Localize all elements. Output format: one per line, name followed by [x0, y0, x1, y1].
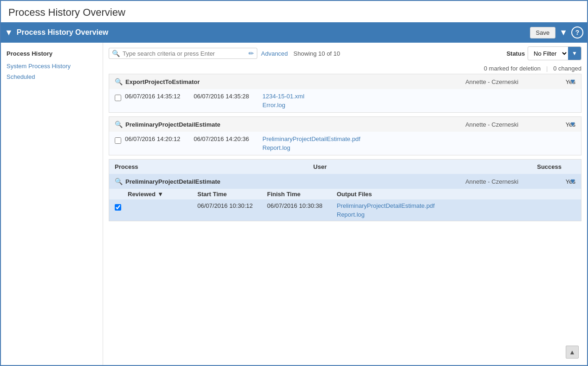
- search-input[interactable]: [123, 50, 246, 57]
- record-search-icon-2[interactable]: 🔍: [115, 121, 123, 128]
- sidebar-item-system-process-history[interactable]: System Process History: [1, 61, 103, 71]
- expanded-files-3: PreliminaryProjectDetailEstimate.pdf Rep…: [337, 202, 575, 218]
- edit-icon[interactable]: ✏: [248, 50, 254, 57]
- save-button[interactable]: Save: [530, 27, 556, 39]
- record-header-2: 🔍 PreliminaryProjectDetailEstimate Annet…: [109, 117, 581, 132]
- deletion-bar-divider: |: [546, 65, 548, 72]
- record-expand-icon-3[interactable]: ▼: [569, 177, 576, 186]
- record-body-2: 06/07/2016 14:20:12 06/07/2016 14:20:36 …: [109, 132, 581, 155]
- deletion-bar: 0 marked for deletion | 0 changed: [103, 64, 587, 74]
- record-finish-time-1: 06/07/2016 14:35:28: [194, 93, 259, 100]
- record-user-3: Annette - Czerneski: [445, 178, 538, 185]
- page-title: Process History Overview: [1, 1, 587, 22]
- expanded-start-3: 06/07/2016 10:30:12: [197, 202, 267, 209]
- col-success-header: Success: [462, 163, 566, 170]
- record-name-3: PreliminaryProjectDetailEstimate: [125, 178, 445, 185]
- status-label: Status: [506, 50, 525, 57]
- record-name-2: PreliminaryProjectDetailEstimate: [125, 121, 445, 128]
- chevron-icon[interactable]: ▼: [5, 28, 13, 38]
- record-expanded-row-3: 06/07/2016 10:30:12 06/07/2016 10:30:38 …: [109, 199, 581, 221]
- record-card-2: 🔍 PreliminaryProjectDetailEstimate Annet…: [109, 116, 581, 155]
- col-reviewed-header: Reviewed ▼: [128, 191, 197, 198]
- record-search-icon-1[interactable]: 🔍: [115, 78, 123, 85]
- file-link-1-0[interactable]: 1234-15-01.xml: [262, 93, 575, 100]
- col-finish-header: Finish Time: [267, 191, 337, 198]
- sidebar-header: Process History: [1, 46, 103, 61]
- expanded-data-3: 06/07/2016 10:30:12 06/07/2016 10:30:38 …: [128, 202, 575, 218]
- status-select-wrapper: No Filter Success Failed Pending ▼: [528, 46, 581, 60]
- status-dropdown-button[interactable]: ▼: [568, 47, 581, 60]
- record-start-time-1: 06/07/2016 14:35:12: [125, 93, 190, 100]
- expanded-finish-3: 06/07/2016 10:30:38: [267, 202, 337, 209]
- toolbar: 🔍 ✏ Advanced Showing 10 of 10 Status No …: [103, 43, 587, 64]
- advanced-link[interactable]: Advanced: [261, 50, 288, 57]
- record-col-headers-3: Process User Success: [109, 160, 581, 174]
- file-link-2-1[interactable]: Report.log: [262, 144, 575, 151]
- record-header-1: 🔍 ExportProjectToEstimator Annette - Cze…: [109, 74, 581, 89]
- record-finish-dates-1: 06/07/2016 14:35:28: [194, 93, 259, 100]
- header-bar: ▼ Process History Overview Save ▼ ?: [1, 22, 587, 43]
- help-button[interactable]: ?: [571, 26, 583, 39]
- record-dates-1: 06/07/2016 14:35:12: [125, 93, 190, 100]
- record-check-cell-3: [115, 202, 128, 211]
- marked-for-deletion-text: 0 marked for deletion: [484, 65, 541, 72]
- record-finish-time-2: 06/07/2016 14:20:36: [194, 135, 259, 142]
- main-content: Process History System Process History S…: [1, 43, 587, 365]
- record-checkbox-2[interactable]: [115, 137, 121, 144]
- record-checkbox-3[interactable]: [115, 204, 121, 211]
- record-user-1: Annette - Czerneski: [445, 78, 538, 85]
- col-output-header: Output Files: [337, 191, 575, 198]
- record-card-3: Process User Success 🔍 PreliminaryProjec…: [109, 159, 581, 221]
- col-user-header: User: [314, 163, 463, 170]
- right-panel: 🔍 ✏ Advanced Showing 10 of 10 Status No …: [103, 43, 587, 365]
- header-bar-title: Process History Overview: [17, 28, 530, 37]
- record-dates-2: 06/07/2016 14:20:12: [125, 135, 190, 142]
- record-files-2: PreliminaryProjectDetailEstimate.pdf Rep…: [262, 135, 575, 151]
- record-sub-col-headers-3: Reviewed ▼ Start Time Finish Time Output…: [109, 189, 581, 199]
- file-link-2-0[interactable]: PreliminaryProjectDetailEstimate.pdf: [262, 135, 575, 142]
- status-select[interactable]: No Filter Success Failed Pending: [528, 48, 568, 59]
- record-card-1: 🔍 ExportProjectToEstimator Annette - Cze…: [109, 74, 581, 113]
- reviewed-sort-icon[interactable]: ▼: [157, 191, 163, 198]
- scroll-to-top[interactable]: ▲: [566, 346, 579, 359]
- record-body-1: 06/07/2016 14:35:12 06/07/2016 14:35:28 …: [109, 89, 581, 112]
- file-link-1-1[interactable]: Error.log: [262, 102, 575, 109]
- record-expand-icon-2[interactable]: ▼: [569, 120, 576, 128]
- search-wrapper: 🔍 ✏: [109, 48, 257, 59]
- record-expand-icon-1[interactable]: ▼: [569, 77, 576, 86]
- col-start-header: Start Time: [197, 191, 267, 198]
- showing-text: Showing 10 of 10: [294, 50, 340, 57]
- records-area: 🔍 ExportProjectToEstimator Annette - Cze…: [103, 74, 587, 365]
- record-user-2: Annette - Czerneski: [445, 121, 538, 128]
- page-wrapper: Process History Overview ▼ Process Histo…: [0, 0, 588, 366]
- col-process-header: Process: [115, 163, 314, 170]
- file-link-3-0[interactable]: PreliminaryProjectDetailEstimate.pdf: [337, 202, 575, 209]
- search-icon: 🔍: [112, 50, 120, 57]
- record-search-icon-3[interactable]: 🔍: [115, 178, 123, 185]
- file-link-3-1[interactable]: Report.log: [337, 211, 575, 218]
- record-name-1: ExportProjectToEstimator: [125, 78, 445, 85]
- record-finish-dates-2: 06/07/2016 14:20:36: [194, 135, 259, 142]
- record-checkbox-1[interactable]: [115, 95, 121, 101]
- sidebar-item-scheduled[interactable]: Scheduled: [1, 71, 103, 82]
- record-start-time-2: 06/07/2016 14:20:12: [125, 135, 190, 142]
- changed-text: 0 changed: [553, 65, 581, 72]
- sidebar: Process History System Process History S…: [1, 43, 103, 365]
- record-header-3: 🔍 PreliminaryProjectDetailEstimate Annet…: [109, 174, 581, 189]
- status-group: Status No Filter Success Failed Pending …: [506, 46, 581, 60]
- header-dropdown-icon[interactable]: ▼: [559, 28, 568, 38]
- record-files-1: 1234-15-01.xml Error.log: [262, 93, 575, 109]
